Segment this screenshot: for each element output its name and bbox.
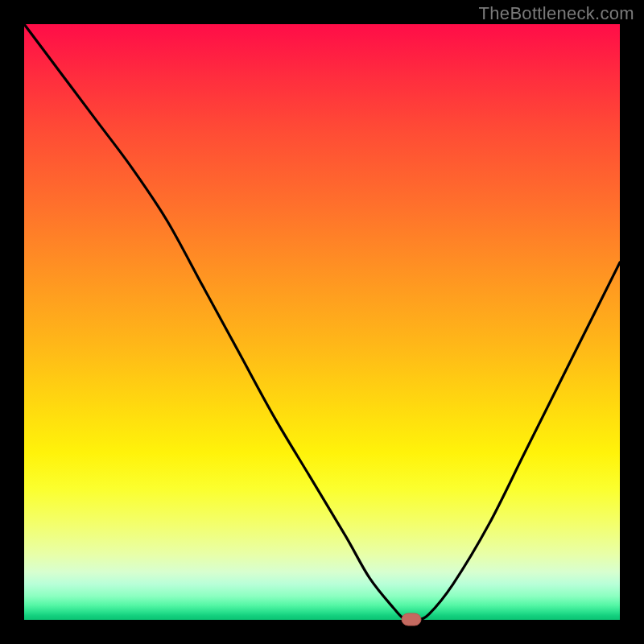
chart-frame: TheBottleneck.com [0, 0, 644, 644]
watermark-text: TheBottleneck.com [479, 3, 634, 24]
bottleneck-curve-path [24, 24, 620, 621]
curve-layer [24, 24, 620, 620]
plot-area [24, 24, 620, 620]
minimum-marker [402, 613, 421, 625]
